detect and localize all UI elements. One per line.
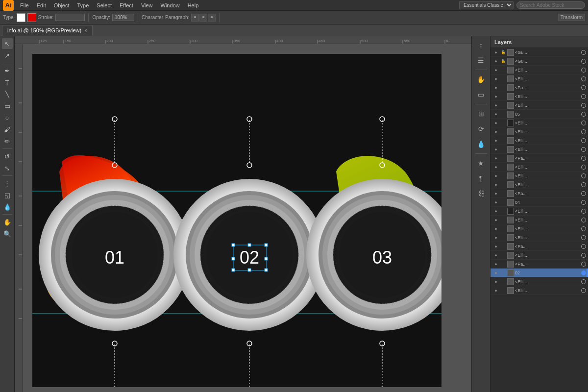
- paragraph-btn[interactable]: Paragraph:: [165, 15, 189, 20]
- eyedrop-icon[interactable]: 💧: [474, 137, 488, 151]
- layer-eye-icon[interactable]: ●: [492, 93, 499, 100]
- layer-row[interactable]: ●<Elli...: [490, 286, 588, 295]
- layer-eye-icon[interactable]: ●: [492, 252, 499, 259]
- layer-lock-icon[interactable]: [500, 288, 506, 294]
- fill-color[interactable]: [17, 13, 25, 22]
- square-icon[interactable]: ▭: [474, 88, 488, 101]
- rect-tool[interactable]: ▭: [2, 100, 13, 111]
- layer-eye-icon[interactable]: ●: [492, 128, 499, 135]
- layer-eye-icon[interactable]: ●: [492, 49, 499, 56]
- ellipse-tool[interactable]: ○: [2, 112, 13, 123]
- layer-row[interactable]: ●<Pa...: [490, 189, 588, 198]
- character-btn[interactable]: Character: [142, 15, 163, 20]
- layer-lock-icon[interactable]: [500, 155, 506, 161]
- layer-eye-icon[interactable]: ●: [492, 243, 499, 250]
- menu-edit[interactable]: Edit: [33, 1, 49, 9]
- direct-select-tool[interactable]: ↗: [2, 50, 13, 61]
- layer-lock-icon[interactable]: [500, 94, 506, 99]
- layers-icon[interactable]: ☰: [474, 53, 488, 67]
- line-tool[interactable]: ╲: [2, 89, 13, 99]
- layer-row[interactable]: ●<Elli...: [490, 163, 588, 172]
- layer-row[interactable]: ●<Elli...: [490, 277, 588, 286]
- gradient-tool[interactable]: ◱: [2, 190, 13, 200]
- layer-lock-icon[interactable]: [500, 67, 506, 73]
- select-tool[interactable]: ↖: [2, 38, 13, 49]
- layer-eye-icon[interactable]: ●: [492, 58, 499, 65]
- hand-tool[interactable]: ✋: [2, 217, 13, 227]
- type-tool[interactable]: T: [2, 77, 13, 88]
- layer-row[interactable]: ●<Elli...: [490, 207, 588, 216]
- star-icon[interactable]: ★: [474, 156, 488, 170]
- link-icon[interactable]: ⛓: [474, 187, 488, 200]
- layer-lock-icon[interactable]: [500, 235, 506, 241]
- layer-eye-icon[interactable]: ●: [492, 278, 499, 285]
- layer-row[interactable]: ●<Elli...: [490, 66, 588, 74]
- document-tab[interactable]: info.ai @ 150% (RGB/Preview) ×: [2, 25, 93, 36]
- layer-lock-icon[interactable]: 🔒: [500, 49, 506, 55]
- layer-eye-icon[interactable]: ●: [492, 84, 499, 91]
- layer-eye-icon[interactable]: ●: [492, 199, 499, 206]
- layer-lock-icon[interactable]: [500, 261, 506, 267]
- transform-btn[interactable]: Transform: [558, 14, 585, 21]
- menu-select[interactable]: Select: [93, 1, 115, 9]
- layer-eye-icon[interactable]: ●: [492, 270, 499, 276]
- move-icon[interactable]: ↕: [474, 38, 488, 52]
- layer-eye-icon[interactable]: ●: [492, 217, 499, 223]
- layer-eye-icon[interactable]: ●: [492, 111, 499, 118]
- layer-row[interactable]: ●<Elli...: [490, 101, 588, 110]
- layer-eye-icon[interactable]: ●: [492, 287, 499, 294]
- layer-lock-icon[interactable]: [500, 102, 506, 108]
- align-icon[interactable]: ⊞: [474, 107, 488, 121]
- layer-eye-icon[interactable]: ●: [492, 120, 499, 126]
- layer-lock-icon[interactable]: [500, 270, 506, 276]
- layer-lock-icon[interactable]: [500, 182, 506, 188]
- layer-row[interactable]: ●<Elli...: [490, 145, 588, 154]
- layer-lock-icon[interactable]: [500, 226, 506, 232]
- tab-close[interactable]: ×: [84, 28, 87, 33]
- layer-row[interactable]: ●05: [490, 110, 588, 119]
- opacity-input[interactable]: [112, 14, 134, 21]
- layer-lock-icon[interactable]: [500, 129, 506, 135]
- workspace-select[interactable]: Essentials Classic: [459, 1, 514, 9]
- scale-tool[interactable]: ⤡: [2, 163, 13, 173]
- search-input[interactable]: [516, 1, 585, 9]
- layer-eye-icon[interactable]: ●: [492, 208, 499, 215]
- menu-help[interactable]: Help: [184, 1, 202, 9]
- layer-lock-icon[interactable]: [500, 252, 506, 258]
- layer-row[interactable]: ●<Elli...: [490, 180, 588, 189]
- canvas-container[interactable]: 01 02: [23, 44, 471, 392]
- layer-eye-icon[interactable]: ●: [492, 190, 499, 197]
- align-left[interactable]: ≡: [191, 14, 199, 22]
- layer-lock-icon[interactable]: [500, 85, 506, 91]
- layer-row[interactable]: ●<Pa...: [490, 260, 588, 269]
- layer-row[interactable]: ●<Elli...: [490, 216, 588, 224]
- layer-row[interactable]: ●🔒<Gu...: [490, 48, 588, 57]
- layer-row[interactable]: ●<Elli...: [490, 136, 588, 145]
- layer-row[interactable]: ●<Pa...: [490, 242, 588, 251]
- eyedropper-tool[interactable]: 💧: [2, 201, 13, 212]
- layer-row[interactable]: ●<Elli...: [490, 92, 588, 101]
- layer-lock-icon[interactable]: [500, 217, 506, 223]
- menu-file[interactable]: File: [17, 1, 32, 9]
- layer-eye-icon[interactable]: ●: [492, 137, 499, 144]
- rotate-tool[interactable]: ↺: [2, 151, 13, 162]
- blend-tool[interactable]: ⋮: [2, 178, 13, 189]
- layer-eye-icon[interactable]: ●: [492, 234, 499, 241]
- layer-row[interactable]: ●<Elli...: [490, 224, 588, 233]
- layer-lock-icon[interactable]: [500, 147, 506, 152]
- align-right[interactable]: ≡: [208, 14, 216, 22]
- layer-lock-icon[interactable]: [500, 164, 506, 170]
- layer-lock-icon[interactable]: [500, 279, 506, 285]
- menu-object[interactable]: Object: [50, 1, 73, 9]
- menu-type[interactable]: Type: [74, 1, 93, 9]
- layer-eye-icon[interactable]: ●: [492, 164, 499, 171]
- align-center[interactable]: ≡: [199, 14, 207, 22]
- layer-eye-icon[interactable]: ●: [492, 75, 499, 82]
- menu-window[interactable]: Window: [157, 1, 183, 9]
- layer-lock-icon[interactable]: [500, 191, 506, 196]
- menu-view[interactable]: View: [138, 1, 156, 9]
- layer-row[interactable]: ●<Elli...: [490, 172, 588, 180]
- layer-lock-icon[interactable]: [500, 244, 506, 249]
- hand-icon[interactable]: ✋: [474, 73, 488, 86]
- layer-row[interactable]: ●<Elli...: [490, 251, 588, 260]
